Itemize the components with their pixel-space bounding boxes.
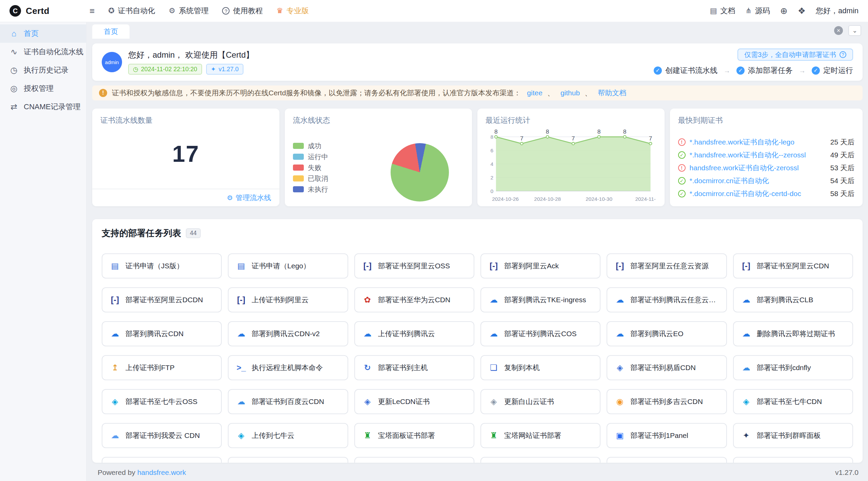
task-card-partial[interactable] (102, 457, 222, 463)
task-label: 宝塔网站证书部署 (504, 431, 561, 440)
task-card[interactable]: >_ 执行远程主机脚本命令 (228, 355, 348, 380)
task-card[interactable]: ☁ 部署到腾讯云CDN (102, 321, 222, 346)
task-card[interactable]: ☁ 部署证书到腾讯云COS (480, 321, 600, 346)
source-code-link[interactable]: ⋔ 源码 (746, 0, 770, 22)
time-tag: ◷ 2024-11-02 22:10:20 (128, 64, 202, 75)
task-label: 部署证书到我爱云 CDN (125, 431, 200, 440)
handsfree-link[interactable]: handsfree.work (137, 468, 186, 477)
logo[interactable]: C Certd (0, 5, 87, 17)
svg-text:0: 0 (490, 188, 493, 194)
manage-pipelines-link[interactable]: ⚙ 管理流水线 (227, 193, 271, 203)
nav-cert-automation[interactable]: ✪ 证书自动化 (101, 0, 162, 22)
task-card[interactable]: ☁ 部署证书到cdnfly (733, 355, 853, 380)
task-card[interactable]: ♜ 宝塔面板证书部署 (354, 423, 474, 448)
nav-pro-edition[interactable]: ♛ 专业版 (270, 0, 316, 22)
task-card[interactable]: ◈ 部署证书至七牛CDN (733, 389, 853, 414)
task-card[interactable]: ◈ 部署证书到易盾CDN (607, 355, 727, 380)
help-docs-link[interactable]: 帮助文档 (598, 88, 626, 98)
task-card[interactable]: ❏ 复制到本机 (480, 355, 600, 380)
task-card[interactable]: ☁ 部署到腾讯云CLB (733, 287, 853, 312)
task-card[interactable]: [-] 上传证书到阿里云 (228, 287, 348, 312)
task-label: 部署证书到腾讯云COS (504, 329, 577, 339)
task-card[interactable]: ✦ 部署证书到群晖面板 (733, 423, 853, 448)
task-card[interactable]: ☁ 上传证书到腾讯云 (354, 321, 474, 346)
cert-pipeline-link[interactable]: *.handsfree.work证书自动化-lego (690, 137, 826, 147)
cname-icon: ⇄ (9, 103, 18, 111)
svg-text:7: 7 (572, 135, 575, 142)
legend-swatch (293, 186, 304, 192)
task-card[interactable]: [-] 部署证书至阿里云DCDN (102, 287, 222, 312)
step-scheduled-run[interactable]: ✓ 定时运行 (812, 65, 853, 76)
task-label: 部署到阿里云Ack (504, 261, 559, 271)
task-card-partial[interactable] (354, 457, 474, 463)
task-card-partial[interactable] (733, 457, 853, 463)
task-card[interactable]: ✿ 部署证书至华为云CDN (354, 287, 474, 312)
legend-label: 失败 (308, 163, 321, 172)
task-card[interactable]: ↥ 上传证书到FTP (102, 355, 222, 380)
cert-pipeline-link[interactable]: *.handsfree.work证书自动化--zerossl (690, 150, 826, 160)
task-card[interactable]: ☁ 部署到腾讯云TKE-ingress (480, 287, 600, 312)
task-card[interactable]: ☁ 删除腾讯云即将过期证书 (733, 321, 853, 346)
gitee-link[interactable]: gitee (527, 89, 542, 97)
github-link[interactable]: github (560, 89, 580, 97)
step-create-pipeline[interactable]: ✓ 创建证书流水线 (654, 65, 717, 76)
quick-start-button[interactable]: 仅需3步，全自动申请部署证书 ? (737, 49, 853, 61)
nav-system-management[interactable]: ⚙ 系统管理 (162, 0, 216, 22)
task-card[interactable]: ☁ 部署证书到百度云CDN (228, 389, 348, 414)
task-card[interactable]: ◈ 更新LeCDN证书 (354, 389, 474, 414)
task-card-partial[interactable] (480, 457, 600, 463)
legend-item[interactable]: 成功 (293, 142, 328, 150)
task-card[interactable]: ◈ 更新白山云证书 (480, 389, 600, 414)
task-card[interactable]: ◉ 部署证书到多吉云CDN (607, 389, 727, 414)
legend-item[interactable]: 已取消 (293, 174, 328, 182)
aliyun-icon: [-] (741, 262, 751, 270)
step-add-deploy-task[interactable]: ✓ 添加部署任务 (736, 65, 793, 76)
cert-pipeline-link[interactable]: handsfree.work证书自动化-zerossl (690, 163, 826, 173)
task-label: 证书申请（JS版） (125, 261, 184, 271)
task-card[interactable]: ◈ 上传到七牛云 (228, 423, 348, 448)
task-card-partial[interactable] (228, 457, 348, 463)
close-tabs-icon[interactable]: × (834, 26, 843, 35)
step-separator: → (724, 67, 730, 75)
task-card[interactable]: ☁ 部署到腾讯云EO (607, 321, 727, 346)
task-card[interactable]: ▤ 证书申请（Lego） (228, 253, 348, 278)
task-card[interactable]: [-] 部署证书至阿里云OSS (354, 253, 474, 278)
task-label: 部署证书到群晖面板 (757, 431, 821, 440)
status-pie-chart (391, 143, 449, 201)
sidebar-item-cname[interactable]: ⇄ CNAME记录管理 (0, 98, 86, 116)
legend-item[interactable]: 失败 (293, 163, 328, 172)
task-card[interactable]: ☁ 部署到腾讯云CDN-v2 (228, 321, 348, 346)
sidebar-item-home[interactable]: ⌂ 首页 (0, 24, 86, 43)
task-label: 部署证书至阿里云DCDN (125, 295, 203, 305)
task-label: 更新白山云证书 (504, 397, 554, 406)
task-card[interactable]: ◈ 部署证书至七牛云OSS (102, 389, 222, 414)
docs-link[interactable]: ▤ 文档 (710, 0, 735, 22)
nav-tutorial[interactable]: ? 使用教程 (215, 0, 270, 22)
task-card[interactable]: ↻ 部署证书到主机 (354, 355, 474, 380)
cert-pipeline-link[interactable]: *.docmirror.cn证书自动化 (690, 176, 826, 186)
expiring-cert-row: ! handsfree.work证书自动化-zerossl 53 天后 (678, 161, 854, 174)
sidebar-item-authorization[interactable]: ◎ 授权管理 (0, 79, 86, 98)
status-legend: 成功 运行中 失败 已取消 未执行 (293, 142, 328, 193)
tab-actions-caret-icon[interactable]: ⌄ (848, 25, 861, 36)
task-card-partial[interactable] (607, 457, 727, 463)
legend-item[interactable]: 运行中 (293, 153, 328, 161)
cert-pipeline-link[interactable]: *.docmirror.cn证书自动化-certd-doc (690, 189, 826, 198)
task-card[interactable]: ▣ 部署证书到1Panel (607, 423, 727, 448)
task-card[interactable]: ☁ 部署证书到腾讯云任意云资源 (607, 287, 727, 312)
task-card[interactable]: ☁ 部署证书到我爱云 CDN (102, 423, 222, 448)
task-card[interactable]: ♜ 宝塔网站证书部署 (480, 423, 600, 448)
task-card[interactable]: [-] 部署至阿里云任意云资源 (607, 253, 727, 278)
tab-home[interactable]: 首页 (92, 24, 130, 39)
task-card[interactable]: ▤ 证书申请（JS版） (102, 253, 222, 278)
task-card[interactable]: [-] 部署到阿里云Ack (480, 253, 600, 278)
legend-item[interactable]: 未执行 (293, 185, 328, 193)
task-card[interactable]: [-] 部署证书至阿里云CDN (733, 253, 853, 278)
user-greeting[interactable]: 您好，admin (816, 6, 859, 16)
sidebar-item-history[interactable]: ◷ 执行历史记录 (0, 61, 86, 79)
certificate-nav-icon: ✪ (108, 7, 114, 15)
sidebar-collapse-icon[interactable]: ≡ (90, 6, 95, 15)
sidebar-item-pipelines[interactable]: ∿ 证书自动化流水线 (0, 43, 86, 61)
components-icon[interactable]: ❖ (798, 6, 806, 15)
language-globe-icon[interactable]: ⊕ (780, 6, 788, 15)
